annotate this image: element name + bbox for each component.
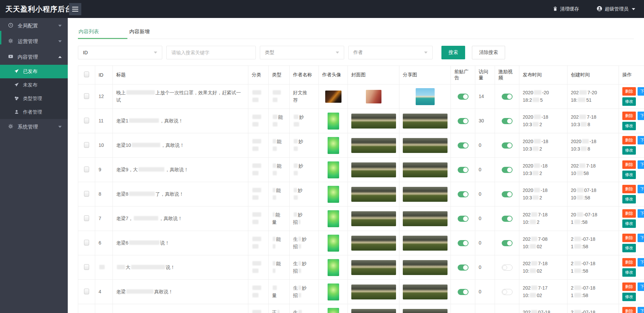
clear-cache-button[interactable]: 清理缓存 [553, 6, 579, 12]
row-checkbox[interactable] [84, 289, 89, 294]
row-checkbox[interactable] [84, 215, 89, 221]
preroll-ad-toggle[interactable] [458, 265, 469, 271]
offline-button[interactable]: 下架 [638, 185, 644, 193]
text-fragment: 10 [99, 142, 104, 148]
delete-button[interactable]: 删除 [622, 185, 636, 193]
type-select[interactable]: 类型 [260, 46, 344, 59]
type-select-value: 类型 [265, 50, 274, 56]
text-fragment: 说！ [166, 265, 175, 270]
reward-video-toggle[interactable] [502, 265, 513, 271]
row-publish-time-cell: 20207-1810:02 [519, 304, 567, 313]
row-select-cell [78, 304, 95, 313]
row-type-cell [269, 84, 290, 109]
offline-button[interactable]: 下架 [638, 87, 644, 96]
sidebar-item-operations[interactable]: 运营管理 [0, 34, 68, 49]
delete-button[interactable]: 删除 [622, 87, 636, 96]
offline-button[interactable]: 下架 [638, 258, 644, 267]
redacted-blur [574, 261, 581, 266]
row-cover-cell [348, 182, 399, 207]
reward-video-toggle[interactable] [502, 289, 513, 295]
preroll-ad-toggle[interactable] [458, 191, 469, 197]
sidebar-item-author-management[interactable]: 作者管理 [0, 105, 68, 119]
row-checkbox[interactable] [84, 167, 89, 172]
preroll-ad-toggle[interactable] [458, 94, 469, 100]
edit-button[interactable]: 修改 [622, 219, 636, 228]
text-fragment: 2020 [523, 139, 533, 144]
delete-button[interactable]: 删除 [622, 258, 636, 267]
text-fragment: 2020 [523, 114, 533, 120]
menu-toggle-button[interactable] [69, 3, 81, 15]
delete-button[interactable]: 删除 [622, 209, 636, 218]
reward-video-toggle[interactable] [502, 94, 513, 100]
offline-button[interactable]: 下架 [638, 209, 644, 218]
clear-search-button[interactable]: 清除搜索 [472, 46, 505, 59]
preroll-ad-toggle[interactable] [458, 142, 469, 149]
reward-video-toggle[interactable] [502, 142, 513, 149]
preroll-ad-toggle[interactable] [458, 118, 469, 124]
edit-button[interactable]: 修改 [622, 97, 636, 106]
offline-button[interactable]: 下架 [638, 307, 644, 313]
cover-image [351, 187, 396, 202]
preroll-ad-toggle[interactable] [458, 216, 469, 222]
sidebar-item-type-management[interactable]: 类型管理 [0, 92, 68, 105]
row-author-name-cell: 生妙招 [290, 231, 319, 255]
offline-button[interactable]: 下架 [638, 112, 644, 120]
edit-button[interactable]: 修改 [622, 268, 636, 277]
edit-button[interactable]: 修改 [622, 146, 636, 155]
offline-button[interactable]: 下架 [638, 136, 644, 144]
sidebar-item-content[interactable]: 内容管理 [0, 49, 68, 65]
tab-content-list[interactable]: 内容列表 [78, 25, 127, 39]
preroll-ad-toggle[interactable] [458, 289, 469, 295]
sidebar-item-global-config[interactable]: 全局配置 [0, 18, 68, 34]
search-button[interactable]: 搜索 [441, 46, 465, 59]
offline-button[interactable]: 下架 [638, 234, 644, 242]
admin-menu[interactable]: 超级管理员 [597, 6, 635, 13]
redacted-blur [294, 171, 298, 175]
delete-button[interactable]: 删除 [622, 282, 636, 291]
delete-button[interactable]: 删除 [622, 307, 636, 313]
select-all-checkbox[interactable] [84, 72, 89, 77]
tab-content-add[interactable]: 内容新增 [129, 25, 178, 39]
edit-button[interactable]: 修改 [622, 293, 636, 301]
sidebar-item-system[interactable]: 系统管理 [0, 119, 68, 135]
row-create-time-cell: 2027-2018:51 [567, 84, 619, 109]
row-checkbox[interactable] [84, 142, 89, 148]
delete-button[interactable]: 删除 [622, 136, 636, 144]
text-fragment: 能 [275, 212, 280, 217]
delete-button[interactable]: 删除 [622, 234, 636, 242]
sidebar-item-unpublished[interactable]: 未发布 [0, 78, 68, 92]
delete-button[interactable]: 删除 [622, 112, 636, 120]
keyword-input[interactable] [166, 46, 256, 59]
filter-bar: ID 类型 作者 搜索 清除搜索 [78, 46, 634, 59]
row-actions: 删除下架修改 [622, 112, 644, 130]
row-category-cell [248, 158, 269, 182]
row-checkbox[interactable] [84, 264, 89, 270]
edit-button[interactable]: 修改 [622, 171, 636, 179]
reward-video-toggle[interactable] [502, 167, 513, 173]
reward-video-toggle[interactable] [502, 240, 513, 246]
author-select[interactable]: 作者 [348, 46, 433, 59]
offline-button[interactable]: 下架 [638, 160, 644, 169]
row-checkbox[interactable] [84, 93, 89, 99]
edit-button[interactable]: 修改 [622, 244, 636, 252]
row-reward-video-cell [495, 109, 519, 133]
edit-button[interactable]: 修改 [622, 195, 636, 203]
sidebar-item-published[interactable]: 已发布 [0, 65, 68, 78]
clear-cache-label: 清理缓存 [560, 6, 579, 12]
preroll-ad-toggle[interactable] [458, 167, 469, 173]
row-reward-video-cell [495, 182, 519, 207]
reward-video-toggle[interactable] [502, 191, 513, 197]
row-checkbox[interactable] [84, 118, 89, 123]
offline-button[interactable]: 下架 [638, 282, 644, 291]
row-checkbox[interactable] [84, 191, 89, 197]
text-fragment: 9 [99, 167, 101, 172]
row-select-cell [78, 231, 95, 255]
preroll-ad-toggle[interactable] [458, 240, 469, 246]
edit-button[interactable]: 修改 [622, 122, 636, 130]
delete-button[interactable]: 删除 [622, 160, 636, 169]
reward-video-toggle[interactable] [502, 216, 513, 222]
id-select[interactable]: ID [78, 46, 162, 59]
reward-video-toggle[interactable] [502, 118, 513, 124]
row-checkbox[interactable] [84, 240, 89, 246]
redacted-blur [531, 286, 537, 290]
